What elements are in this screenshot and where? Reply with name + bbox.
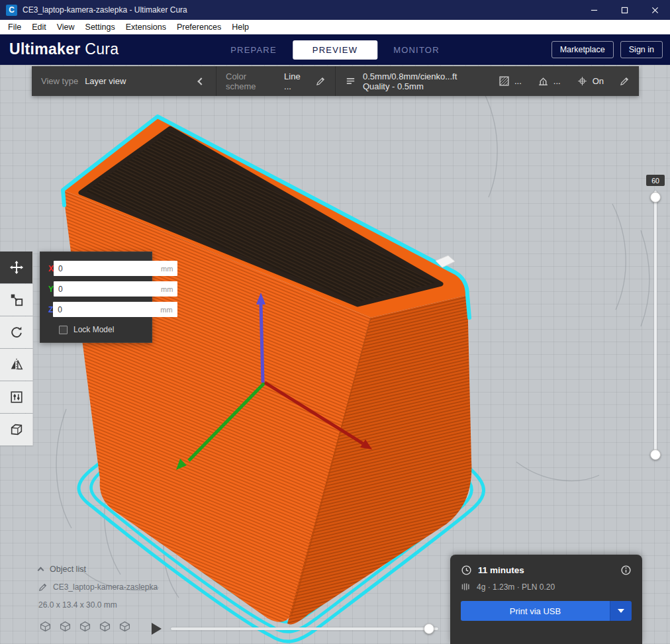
object-cube-icon-4[interactable] (99, 621, 111, 632)
rotate-tool-button[interactable] (0, 316, 33, 348)
z-position-input[interactable] (53, 305, 160, 314)
simulation-slider-track[interactable] (171, 627, 438, 630)
x-position-input[interactable] (54, 264, 161, 273)
maximize-button[interactable] (609, 0, 640, 20)
chevron-down-icon (618, 609, 624, 613)
object-list-label: Object list (50, 565, 86, 574)
print-options-dropdown[interactable] (610, 601, 632, 621)
window-controls (579, 0, 670, 20)
scale-tool-button[interactable] (0, 284, 33, 316)
layer-slider-top-handle[interactable] (650, 192, 661, 203)
per-model-settings-button[interactable] (0, 381, 33, 413)
view-type-selector[interactable]: View type Layer view (32, 66, 216, 96)
header-buttons: Marketplace Sign in (551, 34, 663, 65)
y-position-input[interactable] (54, 285, 161, 294)
print-estimate-panel: 11 minutes 4g · 1.23m · PLN 0.20 Print v… (450, 555, 642, 644)
tab-prepare[interactable]: PREPARE (218, 40, 289, 60)
rename-pencil-icon[interactable] (38, 582, 48, 592)
support-value: ... (553, 76, 561, 86)
mirror-tool-button[interactable] (0, 349, 33, 381)
move-tool-panel: X mm Y mm Z mm Lock Model (40, 252, 152, 343)
menu-edit[interactable]: Edit (26, 20, 52, 34)
window-title: CE3_laptop-kamera-zaslepka - Ultimaker C… (23, 5, 187, 15)
object-cube-icon-2[interactable] (60, 621, 71, 632)
view-type-label: View type (41, 76, 78, 86)
color-scheme-edit-pencil-icon[interactable] (316, 76, 326, 86)
clock-icon (461, 565, 472, 576)
lock-model-checkbox[interactable] (59, 326, 68, 334)
minimize-icon (591, 7, 598, 14)
print-via-usb-button[interactable]: Print via USB (461, 601, 610, 621)
menu-help[interactable]: Help (226, 20, 254, 34)
per-model-settings-icon (9, 390, 24, 404)
sign-in-button[interactable]: Sign in (620, 41, 663, 58)
title-bar[interactable]: C CE3_laptop-kamera-zaslepka - Ultimaker… (0, 0, 670, 20)
view-options-toolbar: View type Layer view Color scheme Line .… (32, 66, 639, 96)
x-position-field[interactable]: mm (54, 261, 177, 276)
color-scheme-value: Line ... (284, 71, 309, 91)
app-icon: C (6, 5, 17, 16)
model-name-row[interactable]: CE3_laptop-kamera-zaslepka (38, 582, 158, 592)
app-header: Ultimaker Cura PREPARE PREVIEW MONITOR M… (0, 34, 670, 65)
infill-value: ... (514, 76, 522, 86)
close-button[interactable] (640, 0, 670, 20)
lock-model-label: Lock Model (73, 325, 114, 334)
support-icon (538, 75, 549, 87)
simulation-play-button[interactable] (152, 623, 162, 635)
menu-bar: File Edit View Settings Extensions Prefe… (0, 20, 670, 34)
adhesion-icon (577, 75, 588, 87)
layer-slider-bottom-handle[interactable] (650, 449, 661, 460)
adhesion-value: On (593, 76, 604, 86)
move-tool-button[interactable] (0, 252, 33, 283)
y-position-field[interactable]: mm (54, 281, 177, 297)
x-axis-label: X (48, 264, 54, 273)
maximize-icon (621, 7, 628, 14)
layer-slider-track[interactable] (654, 191, 657, 458)
chevron-up-icon (38, 567, 44, 574)
view-type-value: Layer view (85, 76, 126, 86)
info-icon[interactable] (620, 565, 632, 576)
profile-summary-text: 0.5mm/0.8mm/cienko...ft Quality - 0.5mm (363, 71, 483, 91)
print-settings-summary[interactable]: 0.5mm/0.8mm/cienko...ft Quality - 0.5mm … (336, 66, 639, 96)
filament-icon (461, 582, 471, 592)
y-unit-label: mm (161, 285, 177, 293)
menu-file[interactable]: File (3, 20, 26, 34)
tab-preview[interactable]: PREVIEW (293, 40, 377, 60)
minimize-button[interactable] (579, 0, 609, 20)
cura-logo: Ultimaker Cura (9, 40, 119, 58)
tool-sidebar (0, 252, 33, 445)
print-time-estimate: 11 minutes (478, 565, 524, 575)
settings-edit-pencil-icon[interactable] (620, 76, 630, 86)
object-cube-icon-3[interactable] (79, 621, 91, 632)
cura-window: C CE3_laptop-kamera-zaslepka - Ultimaker… (0, 0, 670, 644)
model-dimensions: 26.0 x 13.4 x 30.0 mm (38, 600, 117, 610)
z-axis-label: Z (48, 305, 53, 314)
marketplace-button[interactable]: Marketplace (551, 41, 614, 58)
object-list-toggle[interactable]: Object list (38, 565, 86, 574)
object-cube-icon-5[interactable] (119, 621, 130, 632)
logo-ultimaker: Ultimaker (9, 40, 81, 58)
tab-monitor[interactable]: MONITOR (381, 40, 452, 60)
print-via-usb-split-button: Print via USB (461, 601, 632, 621)
y-axis-label: Y (48, 285, 54, 294)
rotate-tool-icon (9, 325, 24, 340)
simulation-slider-handle[interactable] (424, 623, 434, 634)
menu-view[interactable]: View (52, 20, 80, 34)
collapse-chevron-icon[interactable] (197, 77, 205, 85)
mirror-tool-icon (9, 357, 24, 372)
stage-tabs: PREPARE PREVIEW MONITOR (218, 34, 452, 65)
scale-tool-icon (9, 293, 24, 307)
app-icon-letter: C (9, 5, 15, 15)
menu-extensions[interactable]: Extensions (120, 20, 171, 34)
close-icon (651, 7, 659, 14)
z-unit-label: mm (160, 306, 177, 314)
support-blocker-button[interactable] (0, 414, 33, 445)
object-cube-icon-1[interactable] (40, 621, 51, 632)
color-scheme-selector[interactable]: Color scheme Line ... (216, 66, 336, 96)
z-position-field[interactable]: mm (53, 302, 177, 317)
menu-settings[interactable]: Settings (80, 20, 120, 34)
gizmo-z-axis[interactable] (261, 303, 263, 383)
x-unit-label: mm (161, 265, 177, 273)
profile-layers-icon (345, 75, 356, 87)
menu-preferences[interactable]: Preferences (171, 20, 226, 34)
